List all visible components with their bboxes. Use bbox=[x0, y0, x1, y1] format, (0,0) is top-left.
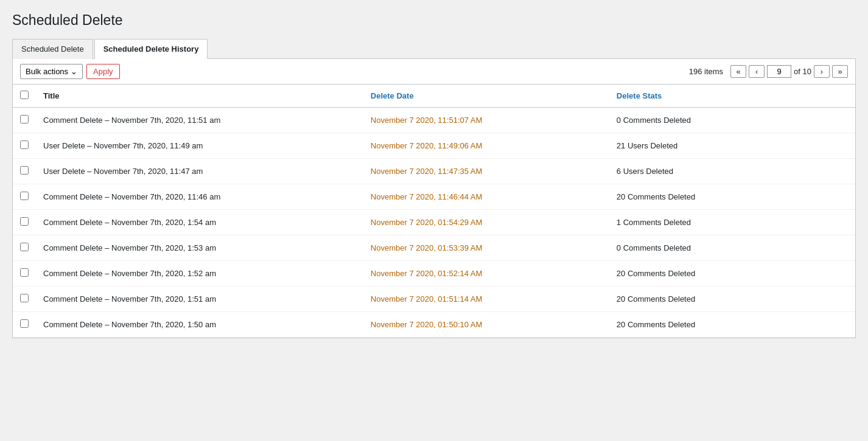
row-checkbox-cell bbox=[13, 235, 36, 261]
row-delete-stats: 20 Comments Deleted bbox=[609, 184, 855, 210]
row-checkbox-cell bbox=[13, 312, 36, 338]
row-title: Comment Delete – November 7th, 2020, 1:5… bbox=[36, 235, 363, 261]
tab-scheduled-delete[interactable]: Scheduled Delete bbox=[12, 39, 93, 59]
row-checkbox-cell bbox=[13, 184, 36, 210]
row-title: Comment Delete – November 7th, 2020, 11:… bbox=[36, 108, 363, 133]
data-table: Title Delete Date Delete Stats Comment D… bbox=[13, 85, 855, 338]
row-delete-stats: 0 Comments Deleted bbox=[609, 108, 855, 133]
row-delete-date: November 7 2020, 01:50:10 AM bbox=[363, 312, 609, 338]
table-header: Title Delete Date Delete Stats bbox=[13, 85, 855, 108]
row-title: Comment Delete – November 7th, 2020, 11:… bbox=[36, 184, 363, 210]
page-title: Scheduled Delete bbox=[12, 12, 856, 29]
row-checkbox-cell bbox=[13, 210, 36, 235]
row-checkbox-cell bbox=[13, 133, 36, 159]
row-delete-date: November 7 2020, 11:49:06 AM bbox=[363, 133, 609, 159]
last-page-button[interactable]: » bbox=[832, 65, 848, 78]
table-body: Comment Delete – November 7th, 2020, 11:… bbox=[13, 108, 855, 338]
title-header: Title bbox=[36, 85, 363, 108]
row-title: User Delete – November 7th, 2020, 11:49 … bbox=[36, 133, 363, 159]
row-title: Comment Delete – November 7th, 2020, 1:5… bbox=[36, 210, 363, 235]
row-title: Comment Delete – November 7th, 2020, 1:5… bbox=[36, 261, 363, 286]
select-all-header bbox=[13, 85, 36, 108]
tab-scheduled-delete-history[interactable]: Scheduled Delete History bbox=[94, 39, 208, 59]
row-delete-stats: 0 Comments Deleted bbox=[609, 235, 855, 261]
row-checkbox-cell bbox=[13, 261, 36, 286]
row-delete-stats: 20 Comments Deleted bbox=[609, 261, 855, 286]
delete-date-header: Delete Date bbox=[363, 85, 609, 108]
table-row: Comment Delete – November 7th, 2020, 1:5… bbox=[13, 235, 855, 261]
row-delete-date: November 7 2020, 11:47:35 AM bbox=[363, 159, 609, 184]
row-checkbox-7[interactable] bbox=[20, 294, 29, 302]
items-count: 196 items bbox=[689, 67, 723, 76]
row-delete-date: November 7 2020, 01:51:14 AM bbox=[363, 286, 609, 312]
row-checkbox-6[interactable] bbox=[20, 268, 29, 277]
chevron-down-icon: ⌄ bbox=[71, 67, 77, 76]
prev-page-button[interactable]: ‹ bbox=[749, 65, 765, 78]
row-delete-date: November 7 2020, 01:54:29 AM bbox=[363, 210, 609, 235]
row-delete-stats: 20 Comments Deleted bbox=[609, 312, 855, 338]
bulk-actions-dropdown[interactable]: Bulk actions ⌄ bbox=[20, 64, 83, 79]
total-pages: of 10 bbox=[794, 67, 811, 76]
row-checkbox-3[interactable] bbox=[20, 192, 29, 200]
row-checkbox-0[interactable] bbox=[20, 115, 29, 123]
row-checkbox-cell bbox=[13, 286, 36, 312]
table-row: Comment Delete – November 7th, 2020, 1:5… bbox=[13, 286, 855, 312]
row-checkbox-8[interactable] bbox=[20, 319, 29, 328]
first-page-button[interactable]: « bbox=[730, 65, 746, 78]
row-delete-date: November 7 2020, 11:46:44 AM bbox=[363, 184, 609, 210]
row-delete-date: November 7 2020, 01:53:39 AM bbox=[363, 235, 609, 261]
row-delete-stats: 21 Users Deleted bbox=[609, 133, 855, 159]
table-row: Comment Delete – November 7th, 2020, 11:… bbox=[13, 184, 855, 210]
next-page-button[interactable]: › bbox=[814, 65, 830, 78]
data-table-container: Title Delete Date Delete Stats Comment D… bbox=[12, 85, 856, 338]
table-row: Comment Delete – November 7th, 2020, 11:… bbox=[13, 108, 855, 133]
table-row: Comment Delete – November 7th, 2020, 1:5… bbox=[13, 312, 855, 338]
delete-stats-header: Delete Stats bbox=[609, 85, 855, 108]
toolbar: Bulk actions ⌄ Apply 196 items « ‹ 9 of … bbox=[12, 59, 856, 85]
table-row: Comment Delete – November 7th, 2020, 1:5… bbox=[13, 210, 855, 235]
table-row: Comment Delete – November 7th, 2020, 1:5… bbox=[13, 261, 855, 286]
row-checkbox-5[interactable] bbox=[20, 243, 29, 251]
row-delete-stats: 6 Users Deleted bbox=[609, 159, 855, 184]
pagination: 196 items « ‹ 9 of 10 › » bbox=[689, 65, 848, 78]
row-delete-date: November 7 2020, 11:51:07 AM bbox=[363, 108, 609, 133]
row-delete-stats: 1 Comments Deleted bbox=[609, 210, 855, 235]
tab-bar: Scheduled Delete Scheduled Delete Histor… bbox=[12, 38, 856, 59]
row-title: Comment Delete – November 7th, 2020, 1:5… bbox=[36, 312, 363, 338]
table-row: User Delete – November 7th, 2020, 11:49 … bbox=[13, 133, 855, 159]
row-checkbox-2[interactable] bbox=[20, 166, 29, 175]
row-checkbox-4[interactable] bbox=[20, 217, 29, 226]
page-number-input[interactable]: 9 bbox=[767, 65, 791, 78]
row-checkbox-cell bbox=[13, 159, 36, 184]
row-title: Comment Delete – November 7th, 2020, 1:5… bbox=[36, 286, 363, 312]
header-row: Title Delete Date Delete Stats bbox=[13, 85, 855, 108]
row-delete-date: November 7 2020, 01:52:14 AM bbox=[363, 261, 609, 286]
row-checkbox-1[interactable] bbox=[20, 141, 29, 149]
toolbar-left: Bulk actions ⌄ Apply bbox=[20, 64, 120, 79]
row-checkbox-cell bbox=[13, 108, 36, 133]
row-title: User Delete – November 7th, 2020, 11:47 … bbox=[36, 159, 363, 184]
table-row: User Delete – November 7th, 2020, 11:47 … bbox=[13, 159, 855, 184]
apply-button[interactable]: Apply bbox=[86, 64, 120, 79]
row-delete-stats: 20 Comments Deleted bbox=[609, 286, 855, 312]
select-all-checkbox[interactable] bbox=[20, 91, 29, 99]
